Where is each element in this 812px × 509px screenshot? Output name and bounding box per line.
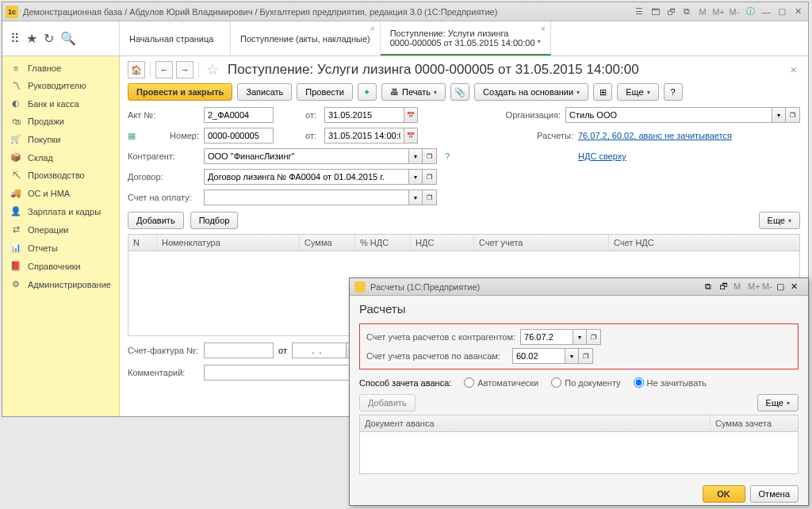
attach-button[interactable]: 📎	[450, 83, 469, 101]
col-nds[interactable]: НДС	[411, 235, 474, 251]
col-advance-doc[interactable]: Документ аванса	[360, 415, 710, 431]
radio-by-doc[interactable]: По документу	[551, 377, 620, 388]
apps-icon[interactable]: ⠿	[10, 31, 20, 46]
act-number-input[interactable]	[204, 107, 274, 123]
titlebar-btn-2[interactable]: 🗔	[648, 6, 662, 18]
tab-receipts[interactable]: Поступление (акты, накладные) ×	[231, 21, 381, 55]
dlg-btn-5[interactable]: M-	[762, 281, 775, 293]
help-button[interactable]: ?	[664, 83, 683, 101]
org-open-button[interactable]: ❐	[786, 107, 800, 123]
sf-number-input[interactable]	[204, 343, 274, 358]
col-n[interactable]: N	[128, 235, 157, 251]
back-button[interactable]: ←	[155, 61, 173, 78]
tab-close-icon[interactable]: ×	[370, 25, 375, 33]
act-date-input[interactable]	[324, 107, 404, 123]
titlebar-btn-3[interactable]: 🗗	[664, 6, 678, 18]
print-button[interactable]: 🖶 Печать▾	[381, 83, 446, 101]
contract-input[interactable]	[204, 169, 408, 185]
titlebar-btn-5[interactable]: M	[695, 6, 710, 18]
cancel-button[interactable]: Отмена	[750, 485, 799, 503]
contract-dropdown-button[interactable]: ▾	[408, 169, 423, 185]
sidebar-item-payroll[interactable]: 👤Зарплата и кадры	[2, 202, 119, 220]
col-acc[interactable]: Счет учета	[474, 235, 609, 251]
grid-more-button[interactable]: Еще▾	[759, 212, 800, 229]
contragent-input[interactable]	[204, 148, 408, 164]
acc-contragent-dd-button[interactable]: ▾	[573, 329, 587, 345]
minimize-btn[interactable]: —	[759, 6, 773, 18]
calendar-button[interactable]: 📅	[404, 107, 418, 123]
calendar-button-2[interactable]: 📅	[404, 128, 418, 144]
calc-link[interactable]: 76.07.2, 60.02, аванс не зачитывается	[578, 131, 800, 140]
tab-current-doc[interactable]: Поступление: Услуги лизинга 0000-000005 …	[381, 21, 551, 55]
structure-button[interactable]: ⊞	[593, 83, 612, 101]
acc-advance-dd-button[interactable]: ▾	[565, 348, 579, 364]
acc-advance-input[interactable]	[512, 348, 565, 364]
sidebar-item-admin[interactable]: ⚙Администрирование	[2, 275, 119, 293]
sidebar-item-sales[interactable]: 🛍Продажи	[2, 113, 119, 130]
titlebar-btn-1[interactable]: ☰	[632, 6, 646, 18]
dlg-btn-1[interactable]: ⧉	[705, 281, 718, 293]
advance-grid-body[interactable]	[360, 432, 798, 473]
sidebar-item-assets[interactable]: 🚚ОС и НМА	[2, 184, 119, 202]
col-pct-nds[interactable]: % НДС	[355, 235, 411, 251]
help-icon[interactable]: ?	[445, 151, 450, 161]
dlg-maximize-btn[interactable]: ▢	[776, 281, 789, 293]
acc-contragent-input[interactable]	[520, 329, 573, 345]
create-based-button[interactable]: Создать на основании▾	[474, 83, 588, 101]
favorite-button[interactable]: ☆	[204, 61, 221, 78]
datetime-input[interactable]	[324, 128, 404, 144]
close-doc-button[interactable]: ×	[787, 63, 800, 76]
tab-home[interactable]: Начальная страница	[120, 21, 231, 55]
number-input[interactable]	[204, 128, 274, 144]
dt-kt-button[interactable]: ✦	[358, 83, 377, 101]
col-sum[interactable]: Сумма	[300, 235, 355, 251]
history-icon[interactable]: ↻	[44, 31, 54, 46]
tab-close-icon[interactable]: ×	[541, 25, 546, 33]
dlg-btn-3[interactable]: M	[733, 281, 746, 293]
pick-button[interactable]: Подбор	[190, 212, 239, 229]
radio-auto[interactable]: Автоматически	[464, 377, 538, 388]
star-icon[interactable]: ★	[26, 31, 37, 46]
forward-button[interactable]: →	[176, 61, 193, 78]
add-row-button[interactable]: Добавить	[128, 212, 184, 229]
contragent-dropdown-button[interactable]: ▾	[408, 148, 423, 164]
org-dropdown-button[interactable]: ▾	[772, 107, 786, 123]
titlebar-btn-6[interactable]: M+	[711, 6, 726, 18]
dlg-btn-4[interactable]: M+	[748, 281, 760, 293]
sidebar-item-bank[interactable]: ◐Банк и касса	[2, 94, 119, 113]
more-button[interactable]: Еще▾	[617, 83, 658, 101]
acc-contragent-open-button[interactable]: ❐	[587, 329, 601, 345]
sidebar-item-operations[interactable]: ⇄Операции	[2, 220, 119, 239]
account-input[interactable]	[204, 189, 408, 205]
titlebar-btn-7[interactable]: M-	[727, 6, 741, 18]
home-button[interactable]: 🏠	[128, 61, 145, 78]
dlg-close-btn[interactable]: ✕	[791, 281, 803, 293]
col-acc-nds[interactable]: Счет НДС	[609, 235, 799, 251]
dlg-more-button[interactable]: Еще▾	[757, 394, 799, 411]
contract-open-button[interactable]: ❐	[423, 169, 437, 185]
contragent-open-button[interactable]: ❐	[423, 148, 437, 164]
sidebar-item-purchases[interactable]: 🛒Покупки	[2, 130, 119, 148]
org-input[interactable]	[565, 107, 772, 123]
sidebar-item-references[interactable]: 📕Справочники	[2, 257, 119, 275]
sidebar-item-manager[interactable]: 〽Руководителю	[2, 77, 119, 94]
sidebar-item-warehouse[interactable]: 📦Склад	[2, 148, 119, 166]
radio-none[interactable]: Не зачитывать	[634, 377, 707, 388]
titlebar-btn-4[interactable]: ⧉	[680, 6, 694, 18]
sf-date-input[interactable]	[292, 343, 346, 358]
col-advance-sum[interactable]: Сумма зачета	[710, 415, 798, 431]
col-nom[interactable]: Номенклатура	[157, 235, 300, 251]
acc-advance-open-button[interactable]: ❐	[579, 348, 593, 364]
maximize-btn[interactable]: ▢	[775, 6, 789, 18]
ok-button[interactable]: OK	[703, 485, 745, 503]
account-open-button[interactable]: ❐	[423, 189, 437, 205]
close-btn[interactable]: ✕	[791, 6, 805, 18]
titlebar-help-btn[interactable]: ⓘ	[743, 6, 757, 18]
sidebar-item-production[interactable]: ⛏Производство	[2, 166, 119, 184]
dlg-btn-2[interactable]: 🗗	[719, 281, 732, 293]
post-button[interactable]: Провести	[297, 83, 353, 101]
account-dropdown-button[interactable]: ▾	[408, 189, 423, 205]
sidebar-item-reports[interactable]: 📊Отчеты	[2, 239, 119, 257]
post-and-close-button[interactable]: Провести и закрыть	[128, 83, 232, 101]
search-icon[interactable]: 🔍	[60, 31, 76, 46]
